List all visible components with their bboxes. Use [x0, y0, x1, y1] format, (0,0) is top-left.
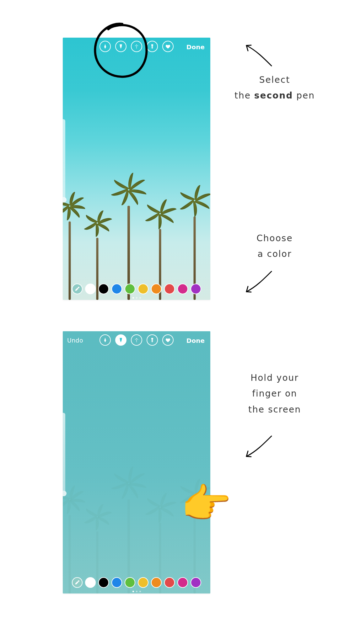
- pen-sharp-icon[interactable]: [100, 41, 111, 52]
- annotation-text-1: Select the second pen: [231, 72, 319, 104]
- svg-point-2: [137, 45, 138, 46]
- note1-line1: Select: [259, 75, 290, 85]
- pen-chisel-icon[interactable]: [115, 334, 126, 346]
- color-swatch-red[interactable]: [164, 577, 175, 588]
- svg-rect-9: [152, 339, 153, 342]
- color-swatch-red[interactable]: [164, 284, 175, 294]
- color-fill-overlay: [63, 331, 210, 593]
- pen-sharp-icon[interactable]: [100, 334, 111, 346]
- done-button[interactable]: Done: [186, 43, 205, 51]
- svg-point-1: [135, 45, 136, 46]
- color-palette: [63, 577, 210, 588]
- drawing-toolbar: Done: [63, 38, 210, 56]
- note3-line2: finger on: [252, 388, 297, 399]
- neon-pen-icon[interactable]: [131, 334, 142, 346]
- pen-chisel-icon[interactable]: [115, 41, 126, 52]
- color-swatch-orange[interactable]: [151, 577, 162, 588]
- phone-screenshot-1: Done: [63, 38, 210, 300]
- note2-line1: Choose: [256, 233, 293, 243]
- svg-rect-4: [152, 46, 153, 49]
- brush-size-slider[interactable]: [63, 413, 65, 494]
- palette-pagination: [63, 591, 210, 592]
- brush-size-slider[interactable]: [63, 119, 65, 201]
- color-swatch-green[interactable]: [125, 284, 135, 294]
- color-swatch-blue[interactable]: [111, 577, 122, 588]
- note1-line2-post: pen: [293, 90, 315, 101]
- done-button[interactable]: Done: [186, 337, 205, 344]
- neon-pen-icon[interactable]: [131, 41, 142, 52]
- color-swatch-green[interactable]: [125, 577, 135, 588]
- color-swatch-magenta[interactable]: [177, 577, 188, 588]
- color-swatch-black[interactable]: [98, 577, 109, 588]
- color-swatch-magenta[interactable]: [177, 284, 188, 294]
- color-swatch-orange[interactable]: [151, 284, 162, 294]
- svg-point-6: [135, 339, 136, 340]
- color-swatch-white[interactable]: [85, 577, 96, 588]
- note3-line1: Hold your: [250, 373, 299, 383]
- heart-pen-icon[interactable]: [162, 334, 174, 346]
- annotation-arrow-3: [242, 433, 276, 462]
- color-swatch-purple[interactable]: [191, 284, 201, 294]
- annotation-arrow-1: [242, 41, 276, 70]
- note1-line2-pre: the: [234, 90, 254, 101]
- annotation-text-2: Choose a color: [231, 231, 319, 262]
- svg-rect-8: [151, 338, 153, 339]
- phone-screenshot-2: Undo Done: [63, 331, 210, 593]
- color-swatch-eyedropper[interactable]: [72, 577, 83, 588]
- heart-pen-icon[interactable]: [162, 41, 174, 52]
- svg-rect-3: [151, 44, 153, 46]
- eraser-icon[interactable]: [147, 334, 158, 346]
- color-palette: [63, 284, 210, 294]
- palette-pagination: [63, 297, 210, 299]
- note3-line3: the screen: [248, 404, 301, 415]
- note1-strong: second: [254, 90, 293, 101]
- annotation-arrow-2: [242, 268, 276, 298]
- drawing-toolbar: Undo Done: [63, 331, 210, 350]
- color-swatch-yellow[interactable]: [138, 284, 148, 294]
- note2-line2: a color: [257, 249, 292, 259]
- color-swatch-black[interactable]: [98, 284, 109, 294]
- svg-point-7: [137, 339, 138, 340]
- color-swatch-white[interactable]: [85, 284, 96, 294]
- tutorial-canvas: Done Select the second pen Choose a colo…: [0, 0, 339, 644]
- eraser-icon[interactable]: [147, 41, 158, 52]
- color-swatch-blue[interactable]: [111, 284, 122, 294]
- annotation-text-3: Hold your finger on the screen: [231, 370, 319, 418]
- color-swatch-purple[interactable]: [191, 577, 201, 588]
- palm-trees: [63, 181, 210, 300]
- svg-point-5: [136, 338, 137, 339]
- svg-point-0: [136, 45, 137, 45]
- color-swatch-eyedropper[interactable]: [72, 284, 83, 294]
- color-swatch-yellow[interactable]: [138, 577, 148, 588]
